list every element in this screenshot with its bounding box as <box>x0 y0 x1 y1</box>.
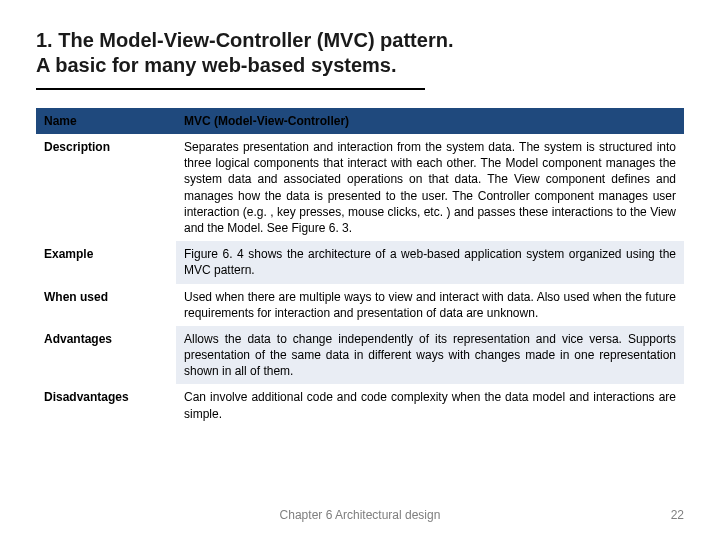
table-row: When used Used when there are multiple w… <box>36 284 684 326</box>
title-line-1: 1. The Model-View-Controller (MVC) patte… <box>36 29 453 51</box>
row-label: Disadvantages <box>36 384 176 426</box>
title-line-2: A basic for many web-based systems. <box>36 54 397 76</box>
table-row: Disadvantages Can involve additional cod… <box>36 384 684 426</box>
row-label: Description <box>36 134 176 242</box>
row-text: Can involve additional code and code com… <box>176 384 684 426</box>
header-name: Name <box>36 109 176 134</box>
pattern-table: Name MVC (Model-View-Controller) Descrip… <box>36 108 684 427</box>
slide-footer: Chapter 6 Architectural design 22 <box>0 508 720 522</box>
row-text: Figure 6. 4 shows the architecture of a … <box>176 241 684 283</box>
row-text: Allows the data to change independently … <box>176 326 684 385</box>
row-label: Example <box>36 241 176 283</box>
row-text: Separates presentation and interaction f… <box>176 134 684 242</box>
slide-title: 1. The Model-View-Controller (MVC) patte… <box>36 28 684 78</box>
row-text: Used when there are multiple ways to vie… <box>176 284 684 326</box>
row-label: Advantages <box>36 326 176 385</box>
title-underline <box>36 88 425 90</box>
header-value: MVC (Model-View-Controller) <box>176 109 684 134</box>
table-row: Example Figure 6. 4 shows the architectu… <box>36 241 684 283</box>
footer-text: Chapter 6 Architectural design <box>0 508 720 522</box>
table-row: Advantages Allows the data to change ind… <box>36 326 684 385</box>
page-number: 22 <box>671 508 684 522</box>
table-header-row: Name MVC (Model-View-Controller) <box>36 109 684 134</box>
table-row: Description Separates presentation and i… <box>36 134 684 242</box>
row-label: When used <box>36 284 176 326</box>
